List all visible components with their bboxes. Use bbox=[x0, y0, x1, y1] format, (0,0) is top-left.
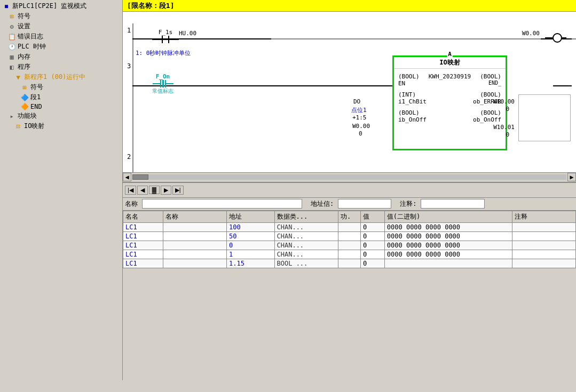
sidebar-item-newprog[interactable]: ▼ 新程序1 (00)运行中 bbox=[1, 72, 121, 82]
watch-table: 名名 名称 地址 数据类... 功. 值 值(二进制) 注释 LC1100CHA… bbox=[123, 211, 576, 268]
toolbar-btn-3[interactable]: ▶ bbox=[161, 186, 171, 195]
f1s-label: F_1s bbox=[159, 29, 173, 36]
w1000-label: W10.00 bbox=[493, 98, 515, 105]
sidebar-item-iomap[interactable]: ⊡ IO映射 bbox=[1, 121, 121, 131]
col-header-func: 功. bbox=[338, 211, 360, 222]
rung2-num-label: 2 bbox=[127, 153, 131, 161]
sidebar-item-label: 错误日志 bbox=[18, 32, 43, 41]
io-chbit-label: i1_ChBit bbox=[398, 98, 427, 105]
io-bool-ib: (BOOL) bbox=[398, 109, 420, 116]
col-header-binval: 值(二进制) bbox=[384, 211, 512, 222]
sidebar-item-label: END bbox=[30, 103, 42, 110]
w000-rung: W0.00 bbox=[352, 123, 370, 130]
sidebar: ■ 新PLC1[CP2E] 监视模式 ⊞ 符号 ⚙ 设置 📋 错误日志 🕐 PL… bbox=[0, 0, 123, 380]
w1001-val: 0 bbox=[506, 131, 509, 138]
sidebar-item-seg1[interactable]: 🔷 段1 bbox=[1, 92, 121, 102]
note-label: 注释: bbox=[400, 199, 416, 209]
sidebar-item-symbol2[interactable]: ⊞ 符号 bbox=[1, 82, 121, 92]
sidebar-item-label: 设置 bbox=[18, 22, 30, 31]
scrollbar-area[interactable]: ◀ ▶ bbox=[123, 172, 576, 182]
io-row-int: (INT) (BOOL) bbox=[398, 91, 501, 98]
toolbar-btn-4[interactable]: ▶| bbox=[172, 186, 184, 195]
sidebar-item-label: 程序 bbox=[18, 62, 30, 71]
sidebar-item-label: IO映射 bbox=[24, 122, 44, 131]
io-en-label: EN bbox=[398, 80, 405, 87]
plus115-label: +1:5 bbox=[352, 114, 367, 121]
output-coil[interactable] bbox=[545, 33, 566, 43]
table-row[interactable]: LC11CHAN...00000 0000 0000 0000 bbox=[123, 250, 576, 259]
ladder-canvas: 1 F_1s bbox=[123, 12, 576, 182]
title-text: [限名称：段1] bbox=[127, 1, 174, 11]
log-icon: 📋 bbox=[7, 33, 16, 41]
plc-icon: ■ bbox=[2, 3, 11, 10]
sidebar-item-memory[interactable]: ▦ 内存 bbox=[1, 52, 121, 62]
io-ib-onoff: ib_OnOff bbox=[398, 116, 427, 123]
io-kwh: KWH_20230919 bbox=[429, 73, 471, 80]
do-label: DO bbox=[353, 98, 360, 105]
table-header-row: 名名 名称 地址 数据类... 功. 值 值(二进制) 注释 bbox=[123, 211, 576, 222]
col-header-dtype: 数据类... bbox=[274, 211, 338, 222]
io-end-label: (BOOL) bbox=[480, 73, 501, 80]
sidebar-item-plctimer[interactable]: 🕐 PLC 时钟 bbox=[1, 42, 121, 52]
rung1-number: 1 bbox=[127, 27, 131, 34]
table-row[interactable]: LC1100CHAN...00000 0000 0000 0000 bbox=[123, 222, 576, 231]
ladder-area[interactable]: 1 F_1s bbox=[123, 12, 576, 183]
scrollbar-track[interactable] bbox=[132, 174, 566, 180]
table-row[interactable]: LC150CHAN...00000 0000 0000 0000 bbox=[123, 231, 576, 241]
f1s-symbol bbox=[152, 36, 179, 43]
addr-input[interactable] bbox=[338, 199, 391, 209]
sidebar-item-program[interactable]: ◧ 程序 bbox=[1, 62, 121, 72]
left-bus bbox=[132, 23, 133, 183]
sidebar-item-label: 符号 bbox=[18, 12, 30, 21]
io-label-a: A bbox=[447, 51, 453, 58]
scrollbar-thumb[interactable] bbox=[132, 174, 148, 180]
fon-contact[interactable]: F_On 常值标志 bbox=[152, 73, 173, 95]
sidebar-item-errorlog[interactable]: 📋 错误日志 bbox=[1, 31, 121, 42]
table-row[interactable]: LC11.15BOOL ...0 bbox=[123, 259, 576, 268]
sidebar-item-plc[interactable]: ■ 新PLC1[CP2E] 监视模式 bbox=[1, 1, 121, 11]
sidebar-item-symbol[interactable]: ⊞ 符号 bbox=[1, 11, 121, 21]
fon-symbol bbox=[153, 80, 173, 87]
col-header-val: 值 bbox=[361, 211, 385, 222]
search-input[interactable] bbox=[142, 199, 302, 209]
scroll-right-btn[interactable]: ▶ bbox=[567, 173, 576, 181]
scroll-left-btn[interactable]: ◀ bbox=[123, 173, 131, 181]
sidebar-item-label: 段1 bbox=[30, 93, 41, 102]
io-row-chbit: i1_ChBit ob_ERROR bbox=[398, 98, 501, 105]
fon-label: F_On bbox=[156, 73, 170, 80]
f1s-contact[interactable]: F_1s bbox=[152, 29, 179, 43]
w1001-label: W10.01 bbox=[493, 124, 515, 131]
content-area: [限名称：段1] 1 F_1s bbox=[123, 0, 576, 380]
io-row-en: (BOOL) KWH_20230919 (BOOL) bbox=[398, 73, 501, 80]
pos1-label[interactable]: 点位1 bbox=[351, 106, 367, 114]
sidebar-item-end[interactable]: 🔶 END bbox=[1, 102, 121, 111]
rung1-comment: 1: 0秒时钟脉冲单位 bbox=[136, 49, 191, 57]
watch-tbody: LC1100CHAN...00000 0000 0000 0000LC150CH… bbox=[123, 222, 576, 268]
toolbar-btn-2[interactable]: ◀ bbox=[137, 186, 148, 195]
func-icon: ▸ bbox=[7, 113, 16, 120]
fon-sublabel: 常值标志 bbox=[152, 87, 173, 95]
sidebar-item-label: 新程序1 (00)运行中 bbox=[24, 73, 85, 82]
program-icon: ◧ bbox=[7, 63, 16, 71]
sidebar-item-settings[interactable]: ⚙ 设置 bbox=[1, 21, 121, 31]
io-end2: END_ bbox=[488, 80, 501, 87]
watch-toolbar: |◀ ◀ ▓ ▶ ▶| bbox=[123, 183, 576, 198]
sidebar-item-label: 功能块 bbox=[18, 111, 37, 121]
col-header-plc: 名名 bbox=[123, 211, 163, 222]
io-bool-en: (BOOL) bbox=[398, 73, 420, 80]
search-bar: 名称 地址信: 注释: bbox=[123, 198, 576, 211]
sidebar-item-funcblock[interactable]: ▸ 功能块 bbox=[1, 111, 121, 121]
rung3-number: 3 bbox=[127, 62, 131, 70]
io-block-body: (BOOL) KWH_20230919 (BOOL) EN END_ (INT)… bbox=[394, 69, 506, 125]
symbol-icon: ⊞ bbox=[7, 13, 16, 20]
col-header-note: 注释 bbox=[512, 211, 575, 222]
toolbar-btn-scroll[interactable]: ▓ bbox=[149, 186, 160, 194]
toolbar-buttons: |◀ ◀ ▓ ▶ ▶| bbox=[125, 186, 184, 195]
note-input[interactable] bbox=[421, 199, 485, 209]
io-bool-ob: (BOOL) bbox=[480, 109, 501, 116]
io-block-header: A IO映射 bbox=[394, 57, 506, 69]
toolbar-btn-1[interactable]: |◀ bbox=[125, 186, 136, 195]
w000-output-label: W0.00 bbox=[522, 30, 540, 37]
table-row[interactable]: LC10CHAN...00000 0000 0000 0000 bbox=[123, 241, 576, 250]
io-block[interactable]: A IO映射 (BOOL) KWH_20230919 (BOOL) EN END… bbox=[392, 55, 507, 150]
